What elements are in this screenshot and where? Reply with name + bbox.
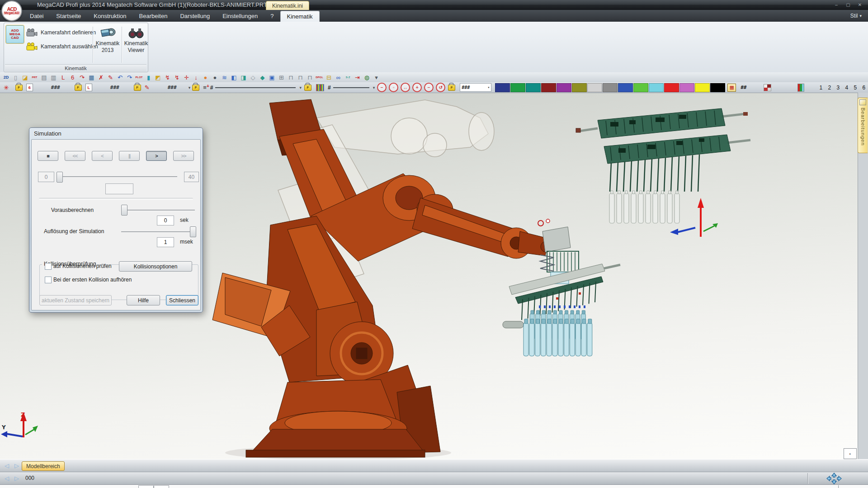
scale-combo[interactable]: ### ▾ <box>460 83 491 92</box>
doc-l-icon[interactable]: L <box>58 73 68 82</box>
doc-delete-icon[interactable]: ✗ <box>96 73 106 82</box>
red-pencil-icon[interactable]: ✎ <box>106 73 115 82</box>
tab-prev-arrow[interactable]: ◁ <box>2 462 12 469</box>
document-tab[interactable]: Kinematik.ini <box>266 1 309 10</box>
align-icon[interactable]: ⇥ <box>353 73 362 82</box>
play-button[interactable]: > <box>146 151 167 161</box>
precompute-slider-thumb[interactable] <box>121 205 127 216</box>
regenerate-icon[interactable]: ✳ <box>4 84 9 91</box>
kinematik-2013-button[interactable]: Kinematik 2013 <box>94 27 121 70</box>
doc-refresh-icon[interactable]: ↷ <box>77 73 87 82</box>
check-collisions-checkbox[interactable] <box>45 263 52 270</box>
megacad-logo[interactable]: ACD MegaCAD <box>1 0 22 21</box>
arrow-down-icon[interactable]: ↓ <box>191 73 201 82</box>
layer-combo[interactable]: ### <box>43 84 68 90</box>
globe-icon[interactable]: ◍ <box>362 73 372 82</box>
maximize-button[interactable]: ▢ <box>843 1 854 8</box>
line-type-list-icon[interactable]: ≡+ <box>203 85 207 90</box>
redo-icon[interactable]: ↷ <box>125 73 134 82</box>
print-icon[interactable]: ▤ <box>39 73 49 82</box>
close-dialog-button[interactable]: Schliessen <box>166 295 198 305</box>
palette-color-13[interactable] <box>679 83 694 92</box>
red-flash2-icon[interactable]: ↯ <box>172 73 182 82</box>
toggle-2d-3d-icon[interactable]: 2D <box>1 73 11 82</box>
palette-color-6[interactable] <box>572 83 587 92</box>
tab-bearbeitungen[interactable]: Bearbeitungen <box>858 98 868 153</box>
stop-first-collision-checkbox[interactable] <box>45 277 52 283</box>
frame-start-field[interactable]: 0 <box>38 172 54 182</box>
menu-item-einstellungen[interactable]: Einstellungen <box>216 10 264 22</box>
layer-number-4[interactable]: 4 <box>843 84 850 91</box>
palette-color-5[interactable] <box>557 83 571 92</box>
colorbar-icon[interactable] <box>797 84 804 92</box>
menu-item-datei[interactable]: Datei <box>24 10 50 22</box>
plot-icon[interactable]: PLOT <box>134 73 144 82</box>
layer-lock-icon[interactable]: F <box>15 84 23 91</box>
frame-end-field[interactable]: 40 <box>184 172 199 182</box>
cylinder2-icon[interactable]: ⊓ <box>296 73 305 82</box>
zoom-pan-icon[interactable]: ↔ <box>401 83 410 92</box>
menu-item-darstellung[interactable]: Darstellung <box>174 10 216 22</box>
define-camera-button[interactable]: Kamerafahrt definieren <box>26 27 96 38</box>
pause-button[interactable]: || <box>119 151 140 161</box>
layer-lock-icon[interactable]: F <box>134 84 141 91</box>
pen-combo[interactable]: ### <box>160 84 185 90</box>
tab-next-arrow[interactable]: ▷ <box>12 462 22 469</box>
palette-color-9[interactable] <box>618 83 633 92</box>
layer-number-5[interactable]: 5 <box>851 84 859 91</box>
layer-number-1[interactable]: 1 <box>817 84 825 91</box>
print-preview-icon[interactable]: ▥ <box>49 73 58 82</box>
doc-table-icon[interactable]: ▦ <box>87 73 96 82</box>
layer-lock-icon[interactable]: F <box>192 84 199 91</box>
zoom-window-icon[interactable]: ▫ <box>389 83 398 92</box>
resolution-slider-thumb[interactable] <box>190 226 196 237</box>
layer-number-3[interactable]: 3 <box>834 84 842 91</box>
palette-color-2[interactable] <box>510 83 525 92</box>
clipboard-icon[interactable]: ⊟ <box>324 73 334 82</box>
megacad-app-icon[interactable]: ADD MEGA CAD <box>6 25 24 43</box>
select-camera-button[interactable]: Kamerafahrt auswählen <box>26 41 98 52</box>
pan-arrows-icon[interactable] <box>826 473 842 484</box>
layer-number-2[interactable]: 2 <box>826 84 833 91</box>
palette-color-1[interactable] <box>495 83 510 92</box>
simulation-dialog[interactable]: Simulation ■<<<||>>> 0 40 Vorausberechne… <box>29 127 203 313</box>
doc-l-selector-icon[interactable]: L <box>85 84 92 91</box>
yellow-box-icon[interactable]: ◩ <box>153 73 163 82</box>
red-flash-icon[interactable]: ↯ <box>163 73 172 82</box>
palette-color-10[interactable] <box>633 83 648 92</box>
doc-6-selector-icon[interactable]: 6 <box>26 84 33 91</box>
layer-lock-icon[interactable]: F <box>304 84 311 91</box>
fast-forward-button[interactable]: >> <box>173 151 194 161</box>
chevron-down-icon[interactable]: ▾ <box>189 85 191 90</box>
layer-number-6[interactable]: 6 <box>860 84 868 91</box>
menu-item-kinematik[interactable]: Kinematik <box>280 11 320 22</box>
frame-slider-thumb[interactable] <box>57 172 63 183</box>
layer-lock-icon[interactable]: F <box>75 84 82 91</box>
cylinder-stack-icon[interactable]: ≋ <box>220 73 229 82</box>
palette-color-14[interactable] <box>695 83 710 92</box>
color-chooser-icon[interactable]: ▦ <box>727 84 736 92</box>
line-type-preview[interactable] <box>215 87 296 88</box>
chevron-down-icon[interactable]: ▾ <box>299 85 302 90</box>
stop-button[interactable]: ■ <box>38 151 58 161</box>
viewport-corner-button[interactable]: ▪ <box>844 448 857 459</box>
cube-teal-icon[interactable]: ◨ <box>239 73 248 82</box>
palette-color-15[interactable] <box>710 83 725 92</box>
binoculars-icon[interactable]: ∞ <box>334 73 343 82</box>
layer-lock-icon[interactable]: F <box>448 84 455 91</box>
toolbar-overflow-icon[interactable]: ▾ <box>372 73 381 82</box>
collision-options-button[interactable]: Kollisionsoptionen <box>119 261 192 272</box>
hatch-pattern-icon[interactable] <box>316 84 324 91</box>
cylinder1-icon[interactable]: ⊓ <box>286 73 296 82</box>
zoom-out-icon[interactable]: − <box>424 83 434 92</box>
style-selector[interactable]: Stil ▾ <box>850 10 862 22</box>
palette-color-8[interactable] <box>603 83 618 92</box>
prt-file-icon[interactable]: PRT <box>30 73 39 82</box>
minimize-button[interactable]: – <box>831 1 842 8</box>
save-state-button[interactable]: aktuellen Zustand speichern <box>39 295 112 305</box>
line-width-preview[interactable] <box>333 87 369 88</box>
tab-modellbereich[interactable]: Modellbereich <box>22 461 65 471</box>
kinematik-viewer-button[interactable]: Kinematik Viewer <box>123 27 149 70</box>
dark-sphere-icon[interactable]: ● <box>210 73 220 82</box>
new-document-icon[interactable]: ▯ <box>11 73 20 82</box>
